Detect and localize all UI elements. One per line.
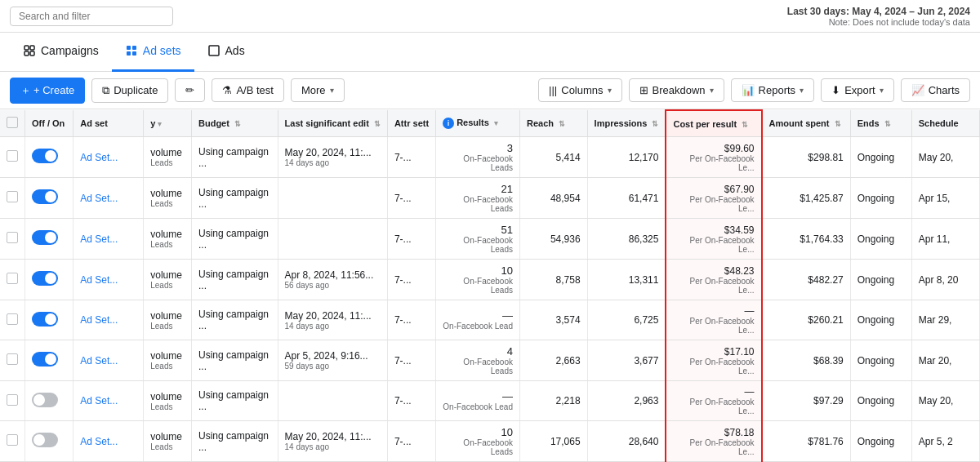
row-checkbox: [0, 137, 25, 178]
reports-label: Reports: [759, 84, 796, 96]
row-select-checkbox[interactable]: [7, 191, 18, 202]
create-button[interactable]: ＋ + Create: [10, 78, 85, 104]
row-reach: 5,414: [519, 137, 587, 178]
more-button[interactable]: More ▾: [291, 78, 345, 102]
row-select-checkbox[interactable]: [7, 353, 18, 365]
row-impressions: 61,471: [587, 178, 666, 219]
row-impressions: 3,677: [587, 340, 666, 381]
date-range: Last 30 days: May 4, 2024 – Jun 2, 2024: [787, 6, 970, 17]
select-all-checkbox[interactable]: [7, 117, 18, 128]
charts-label: Charts: [929, 84, 960, 96]
ab-test-button[interactable]: ⚗ A/B test: [212, 78, 284, 102]
row-attr: 7-...: [387, 421, 435, 462]
row-cost-per-result: — Per On-Facebook Le...: [666, 300, 761, 340]
adset-link[interactable]: Ad Set...: [80, 395, 118, 406]
row-last-edit: [278, 178, 387, 219]
adset-link[interactable]: Ad Set...: [80, 152, 118, 163]
results-info-icon[interactable]: i: [443, 118, 454, 129]
row-toggle[interactable]: [32, 271, 58, 286]
row-delivery: volume Leads: [144, 421, 192, 462]
th-delivery: y▾: [144, 110, 192, 137]
nav-adsets[interactable]: Ad sets: [112, 33, 194, 72]
row-adset: Ad Set...: [74, 219, 144, 260]
row-delivery: volume Leads: [144, 219, 192, 260]
row-select-checkbox[interactable]: [7, 273, 18, 284]
row-schedule: Mar 29,: [911, 300, 979, 340]
row-budget: Using campaign ...: [192, 340, 278, 381]
nav-ads[interactable]: Ads: [194, 33, 258, 72]
row-toggle[interactable]: [32, 393, 58, 407]
row-toggle[interactable]: [32, 149, 58, 163]
adset-link[interactable]: Ad Set...: [80, 274, 118, 286]
th-adset: Ad set: [74, 110, 144, 137]
row-attr: 7-...: [387, 178, 435, 219]
row-last-edit: May 20, 2024, 11:... 14 days ago: [278, 421, 387, 462]
row-checkbox: [0, 340, 25, 381]
export-button[interactable]: ⬇ Export ▾: [821, 78, 894, 102]
row-reach: 54,936: [519, 219, 587, 260]
adsets-label: Ad sets: [143, 44, 181, 57]
row-delivery: volume Leads: [144, 260, 192, 300]
row-attr: 7-...: [387, 381, 435, 421]
breakdown-button[interactable]: ⊞ Breakdown ▾: [629, 78, 724, 102]
row-attr: 7-...: [387, 340, 435, 381]
row-reach: 2,663: [519, 340, 587, 381]
row-toggle[interactable]: [32, 433, 58, 447]
th-amount-spent[interactable]: Amount spent ⇅: [762, 110, 851, 137]
th-impressions[interactable]: Impressions ⇅: [587, 110, 666, 137]
row-cost-per-result: $17.10 Per On-Facebook Le...: [666, 340, 761, 381]
th-budget[interactable]: Budget ⇅: [192, 110, 278, 137]
row-budget: Using campaign ...: [192, 219, 278, 260]
row-amount-spent: $1,764.33: [762, 219, 851, 260]
row-toggle[interactable]: [32, 352, 58, 366]
row-budget: Using campaign ...: [192, 178, 278, 219]
table-row: Ad Set... volume Leads Using campaign ..…: [0, 300, 980, 340]
row-checkbox: [0, 260, 25, 300]
reports-chevron-icon: ▾: [800, 86, 804, 95]
row-select-checkbox[interactable]: [7, 232, 18, 243]
row-toggle[interactable]: [32, 189, 58, 204]
table-container: Off / On Ad set y▾ Budget ⇅ Last signifi…: [0, 109, 980, 462]
row-select-checkbox[interactable]: [7, 434, 18, 446]
th-reach[interactable]: Reach ⇅: [519, 110, 587, 137]
export-label: Export: [844, 84, 875, 96]
row-checkbox: [0, 300, 25, 340]
th-checkbox: [0, 110, 25, 137]
export-icon: ⬇: [831, 84, 840, 96]
row-attr: 7-...: [387, 300, 435, 340]
nav-campaigns[interactable]: Campaigns: [10, 33, 112, 72]
adset-link[interactable]: Ad Set...: [80, 355, 118, 366]
row-select-checkbox[interactable]: [7, 150, 18, 162]
row-toggle-cell: [25, 219, 74, 260]
breakdown-label: Breakdown: [653, 84, 706, 96]
duplicate-button[interactable]: ⧉ Duplicate: [91, 78, 168, 103]
th-results[interactable]: i Results ▾: [436, 110, 520, 137]
row-select-checkbox[interactable]: [7, 394, 18, 406]
adset-link[interactable]: Ad Set...: [80, 314, 118, 326]
row-toggle[interactable]: [32, 230, 58, 245]
row-ends: Ongoing: [850, 137, 911, 178]
row-adset: Ad Set...: [74, 340, 144, 381]
row-delivery: volume Leads: [144, 137, 192, 178]
row-adset: Ad Set...: [74, 137, 144, 178]
columns-button[interactable]: ||| Columns ▾: [538, 78, 621, 102]
row-select-checkbox[interactable]: [7, 313, 18, 325]
row-impressions: 28,640: [587, 421, 666, 462]
duplicate-icon: ⧉: [102, 84, 109, 97]
row-results: 10 On-Facebook Leads: [436, 260, 520, 300]
edit-button[interactable]: ✏: [175, 78, 205, 102]
th-last-edit[interactable]: Last significant edit ⇅: [278, 110, 387, 137]
row-schedule: Apr 15,: [911, 178, 979, 219]
charts-button[interactable]: 📈 Charts: [901, 78, 970, 102]
th-cost-per-result[interactable]: Cost per result ⇅: [666, 110, 761, 137]
row-toggle[interactable]: [32, 312, 58, 327]
adset-link[interactable]: Ad Set...: [80, 193, 118, 204]
row-ends: Ongoing: [850, 421, 911, 462]
reports-icon: 📊: [742, 84, 755, 96]
row-cost-per-result: $48.23 Per On-Facebook Le...: [666, 260, 761, 300]
row-last-edit: May 20, 2024, 11:... 14 days ago: [278, 137, 387, 178]
adset-link[interactable]: Ad Set...: [80, 233, 118, 245]
search-input[interactable]: [10, 7, 173, 26]
adset-link[interactable]: Ad Set...: [80, 436, 118, 447]
reports-button[interactable]: 📊 Reports ▾: [731, 78, 815, 102]
